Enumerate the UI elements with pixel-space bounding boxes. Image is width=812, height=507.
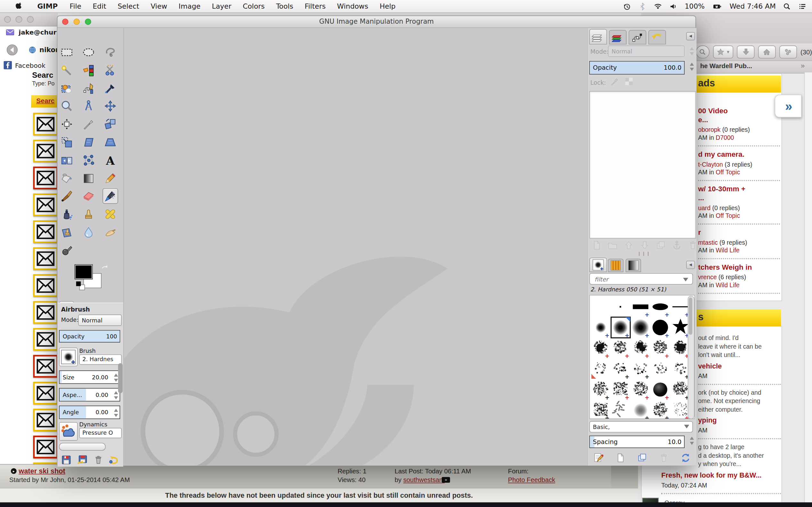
menu-image[interactable]: Image <box>173 2 206 10</box>
tool-ellipse-select[interactable] <box>81 45 96 60</box>
browser-close-button[interactable] <box>4 16 11 23</box>
tool-measure[interactable] <box>81 99 96 114</box>
brush-cell-tex1[interactable]: + <box>591 379 610 400</box>
lock-alpha-icon[interactable] <box>624 76 634 87</box>
tool-blur-sharpen[interactable] <box>81 225 96 240</box>
mail-thumb[interactable] <box>33 355 58 378</box>
thread-title-link[interactable]: water ski shot <box>18 467 65 475</box>
tool-rotate[interactable] <box>102 116 118 132</box>
mail-thumb[interactable] <box>33 140 58 163</box>
mail-thumb[interactable] <box>33 247 58 270</box>
brush-cell-spark3[interactable]: + <box>631 358 650 379</box>
brush-cell-blank[interactable] <box>591 296 610 317</box>
aspect-spin-arrows[interactable] <box>114 391 118 399</box>
mode-select[interactable]: Normal <box>78 315 122 326</box>
sidebar-thread[interactable]: tchers Weigh invrence (6 replies)AM in W… <box>698 263 780 294</box>
thread-forum-link[interactable]: D7000 <box>716 134 734 142</box>
tab-paths[interactable] <box>628 30 646 45</box>
tool-move[interactable] <box>102 99 118 114</box>
tool-smudge[interactable] <box>102 225 118 240</box>
brush-cell-spark5[interactable]: + <box>670 358 690 379</box>
minimize-button[interactable] <box>73 18 80 24</box>
restore-options-icon[interactable] <box>77 454 88 466</box>
new-layer-icon[interactable] <box>591 240 602 251</box>
brush-filter-box[interactable] <box>590 273 693 285</box>
spotlight-icon[interactable] <box>782 2 791 10</box>
anchor-layer-icon[interactable] <box>671 240 682 251</box>
tab-title[interactable]: he Wardell Pub... <box>700 63 752 70</box>
brush-cell-tex4[interactable]: + <box>670 379 690 400</box>
tool-free-select[interactable] <box>102 45 118 60</box>
search-tab[interactable]: Searc <box>31 95 58 108</box>
size-spinner[interactable]: Size 20.00 <box>59 371 120 384</box>
tab-brushes[interactable] <box>590 258 607 272</box>
thread-forum-link[interactable]: Off Topic <box>716 169 740 176</box>
mail-thumb[interactable] <box>33 113 58 135</box>
lower-layer-icon[interactable] <box>639 240 651 251</box>
thread-user-link[interactable]: vrence <box>698 274 717 281</box>
menu-windows[interactable]: Windows <box>332 2 374 10</box>
filter-dropdown-icon[interactable] <box>683 278 688 281</box>
search-tab-label[interactable]: Searc <box>36 97 54 104</box>
brush-cell-speck[interactable]: + <box>670 400 690 419</box>
angle-spin-arrows[interactable] <box>114 409 118 417</box>
sidebar-thread[interactable]: d my camera.t-Clayton (3 replies)AM in O… <box>698 150 780 181</box>
spacing-arrows[interactable] <box>690 437 694 445</box>
brush-name-field[interactable]: 2. Hardnes <box>79 354 122 364</box>
collapse-brushes-icon[interactable]: ◀ <box>686 261 695 269</box>
mail-thumb[interactable] <box>33 193 58 216</box>
brush-thumbnail-button[interactable] <box>59 348 78 366</box>
thread-forum-link[interactable]: Wild Life <box>716 246 739 254</box>
brush-grid[interactable]: +++++++++++++++++++++++++ <box>590 295 695 419</box>
tool-perspective-clone[interactable] <box>59 225 74 240</box>
brush-cell-line[interactable]: + <box>670 296 690 317</box>
brush-cell-splat4[interactable]: + <box>651 338 670 358</box>
layers-opacity-slider[interactable]: Opacity 100.0 <box>590 61 685 74</box>
tool-text[interactable]: A <box>102 153 118 168</box>
sidebar-thread[interactable]: rmtastic (9 replies)AM in Wild Life <box>698 228 780 259</box>
brush-cell-soft1[interactable]: + <box>591 317 610 338</box>
tool-pencil[interactable] <box>102 170 118 186</box>
menu-colors[interactable]: Colors <box>237 2 270 10</box>
size-spin-arrows[interactable] <box>114 374 118 382</box>
delete-brush-icon[interactable] <box>658 452 670 464</box>
menu-help[interactable]: Help <box>374 2 401 10</box>
toolbar-search-button[interactable] <box>696 45 710 58</box>
tool-scale[interactable] <box>59 135 74 150</box>
layers-opacity-arrows[interactable] <box>690 63 694 71</box>
reset-options-icon[interactable] <box>109 454 120 466</box>
sidebar-thread[interactable]: 00 Videoe...oboropk (0 replies)AM in D70… <box>698 107 780 147</box>
gimp-canvas[interactable] <box>123 28 587 465</box>
tab-channels[interactable] <box>609 30 626 45</box>
brush-cell-soft3[interactable]: + <box>631 317 650 338</box>
back-icon[interactable] <box>6 44 18 56</box>
bluetooth-icon[interactable] <box>638 2 647 10</box>
brush-group-select[interactable]: Basic, <box>590 421 693 433</box>
tab-history[interactable] <box>648 30 666 45</box>
new-brush-icon[interactable] <box>615 452 626 464</box>
menu-select[interactable]: Select <box>112 2 145 10</box>
duplicate-layer-icon[interactable] <box>655 240 667 251</box>
delete-options-icon[interactable] <box>93 454 104 466</box>
thread-forum-link[interactable]: Wild Life <box>716 281 739 289</box>
lock-pixels-icon[interactable] <box>610 77 619 87</box>
brush-cell-tex3[interactable]: + <box>631 379 650 400</box>
default-colors-icon[interactable] <box>76 281 81 286</box>
mail-thumb[interactable] <box>33 328 58 351</box>
mail-account-row[interactable]: jake@chur <box>5 28 57 37</box>
thread-forum-link[interactable]: Off Topic <box>716 212 740 219</box>
layers-list[interactable] <box>590 91 696 239</box>
dynamics-field[interactable]: Pressure O <box>79 428 122 438</box>
brush-cell-tex2[interactable]: + <box>611 379 630 400</box>
tool-clone[interactable] <box>81 207 96 222</box>
brush-cell-tex6[interactable]: + <box>651 400 670 419</box>
tool-perspective[interactable] <box>102 135 118 150</box>
brush-cell-soft2[interactable]: + <box>611 317 630 338</box>
brush-cell-splat3[interactable]: + <box>631 338 650 358</box>
menu-file[interactable]: File <box>64 2 87 10</box>
volume-icon[interactable] <box>669 2 678 10</box>
duplicate-brush-icon[interactable] <box>637 452 648 464</box>
dynamics-button[interactable] <box>59 422 78 441</box>
tab-layers[interactable] <box>590 29 607 45</box>
menu-clock[interactable]: Wed 7:46 AM <box>729 2 775 10</box>
